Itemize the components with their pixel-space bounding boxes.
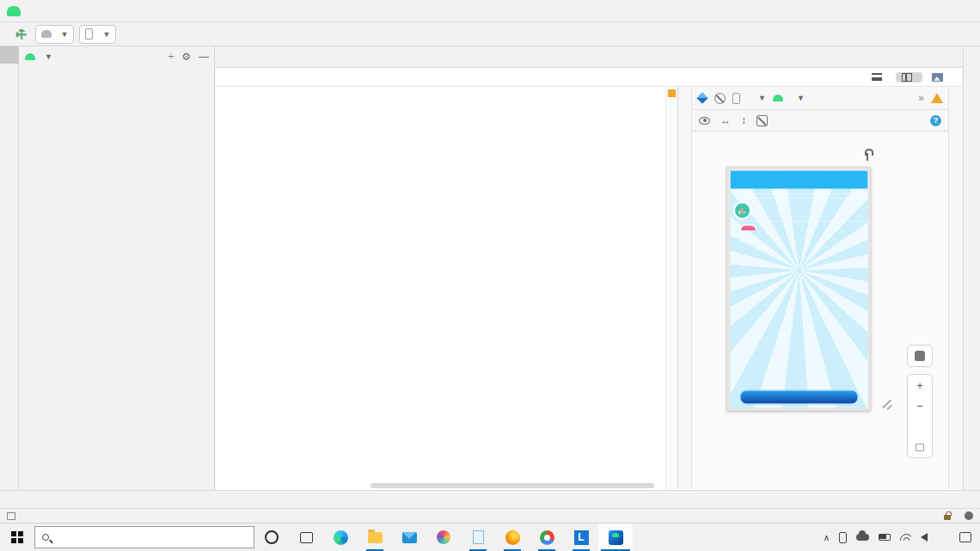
horizontal-scrollbar[interactable] (371, 483, 654, 488)
volume-icon[interactable] (921, 533, 928, 542)
warning-icon[interactable] (931, 93, 943, 103)
notepad-button[interactable] (461, 523, 495, 551)
magnet-off-icon[interactable] (756, 115, 768, 126)
android-studio-taskbar-button[interactable] (598, 523, 633, 551)
paint-button[interactable] (426, 523, 461, 551)
zoom-fit-button[interactable] (908, 437, 932, 457)
gradle-daemon-icon (965, 511, 973, 520)
orientation-icon[interactable] (714, 93, 726, 104)
resize-handle[interactable] (881, 398, 893, 410)
taskbar-search-input[interactable] (34, 526, 254, 548)
cortana-icon (265, 530, 279, 544)
compare-badge-icon (734, 202, 751, 219)
l-app-button[interactable]: L (564, 523, 598, 551)
horizontal-arrows-icon[interactable]: ↔ (720, 114, 731, 126)
help-icon[interactable]: ? (930, 115, 941, 126)
palette-tab[interactable] (678, 87, 680, 97)
edge-button[interactable] (323, 523, 358, 551)
window-icon (7, 512, 15, 520)
mail-icon (402, 532, 417, 543)
hide-panel-icon[interactable]: — (199, 51, 209, 63)
android-icon (25, 53, 35, 60)
pan-button[interactable] (907, 345, 933, 367)
design-mode-icon (932, 73, 943, 82)
firefox-button[interactable] (495, 523, 530, 551)
palette-strip (678, 87, 692, 489)
view-options-icon[interactable] (699, 117, 710, 125)
minimize-button[interactable] (892, 0, 922, 21)
project-panel: ▼ ÷ ⚙ — (20, 46, 215, 490)
tray-expand-icon[interactable]: ∧ (824, 533, 830, 542)
wrench-icon (863, 149, 872, 161)
task-view-button[interactable] (289, 523, 323, 551)
android-studio-icon (609, 530, 623, 545)
menu-bar (0, 0, 980, 22)
editor-mode-bar (216, 68, 962, 87)
your-phone-icon[interactable] (839, 532, 847, 543)
error-stripe[interactable] (665, 87, 677, 489)
mode-split-button[interactable] (896, 72, 922, 83)
notification-center-icon[interactable] (959, 532, 971, 542)
lets-play-button (740, 390, 859, 405)
file-explorer-button[interactable] (358, 523, 392, 551)
task-view-icon (300, 532, 313, 543)
layers-icon[interactable] (696, 92, 708, 104)
zoom-out-button[interactable]: − (908, 395, 932, 416)
wifi-icon[interactable] (900, 534, 911, 541)
search-icon (42, 534, 49, 541)
build-hammer-icon[interactable]: ⚒ (12, 25, 29, 42)
battery-icon[interactable] (879, 534, 891, 541)
device-select[interactable]: ▼ (79, 25, 116, 44)
onedrive-icon[interactable] (856, 534, 869, 541)
settings-gear-icon[interactable]: ⚙ (181, 51, 191, 63)
status-bar (0, 508, 980, 523)
attributes-tab[interactable] (949, 87, 951, 97)
component-tree-tab[interactable] (678, 474, 680, 484)
zoom-reset-button[interactable] (908, 416, 932, 437)
fit-screen-icon (916, 444, 924, 451)
gradle-icon (41, 30, 52, 38)
code-editor[interactable] (216, 87, 678, 489)
right-tool-strip (963, 46, 980, 490)
code-mode-icon (872, 73, 882, 81)
mode-design-button[interactable] (926, 72, 953, 83)
windows-taskbar: L ∧ (0, 523, 980, 551)
mode-code-button[interactable] (866, 72, 892, 82)
design-preview-panel: ▼ ▼ » ↔ ↕ ? (678, 87, 962, 489)
paint-icon (437, 530, 450, 544)
design-toolbar-row2: ↔ ↕ ? (692, 110, 948, 132)
overflow-icon[interactable]: » (918, 92, 924, 104)
tool-window-bar (0, 490, 980, 508)
zoom-in-button[interactable]: + (908, 375, 932, 395)
run-configuration-select[interactable]: ▼ (35, 25, 75, 44)
mail-button[interactable] (392, 523, 426, 551)
lock-icon[interactable] (944, 515, 951, 520)
layout-preview[interactable] (726, 167, 871, 411)
tool-strip-corner (0, 46, 19, 64)
preview-appbar (731, 171, 868, 189)
file-explorer-icon (368, 532, 383, 543)
windows-logo-icon (11, 531, 23, 543)
vertical-arrows-icon[interactable]: ↕ (741, 114, 746, 126)
close-button[interactable] (951, 0, 980, 21)
preview-screen (731, 171, 868, 408)
api-android-icon (773, 95, 783, 101)
collapse-all-icon[interactable]: ÷ (168, 51, 175, 63)
device-type-icon (732, 93, 740, 104)
chevron-down-icon: ▼ (797, 94, 805, 102)
android-studio-logo-icon (7, 6, 21, 16)
maximize-button[interactable] (922, 0, 951, 21)
chrome-icon (540, 530, 554, 545)
edge-icon (334, 530, 348, 545)
problems-indicator[interactable] (668, 89, 676, 97)
chevron-down-icon: ▼ (758, 94, 766, 102)
android-studio-window: ⚒ ▼ ▼ ▼ ÷ ⚙ — (0, 0, 980, 551)
start-button[interactable] (0, 523, 34, 551)
l-app-icon: L (574, 530, 589, 545)
editor-tabs (216, 46, 962, 68)
notepad-icon (473, 530, 484, 544)
hand-icon (915, 351, 925, 361)
achievement-badge-icon (740, 224, 757, 230)
chrome-button[interactable] (530, 523, 564, 551)
cortana-button[interactable] (254, 523, 289, 551)
